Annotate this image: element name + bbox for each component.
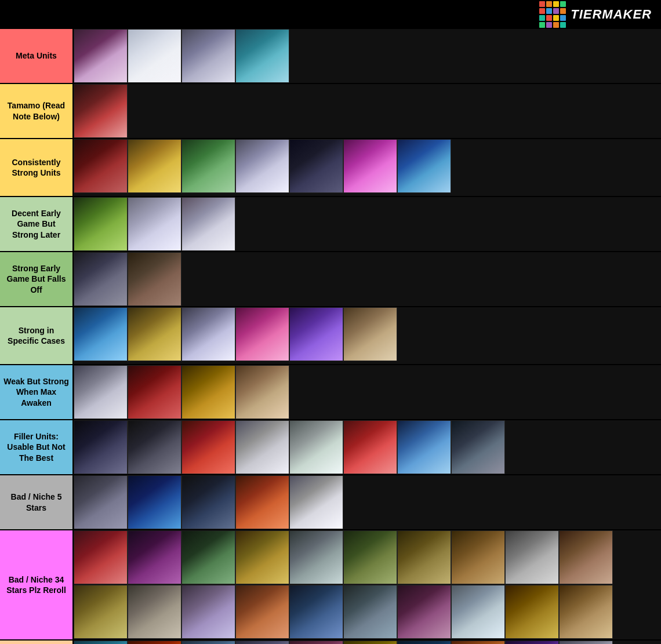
char-cell[interactable] <box>343 641 397 644</box>
char-cell[interactable] <box>343 139 397 193</box>
char-cell[interactable] <box>181 29 235 83</box>
tier-row-strong-early: Strong Early Game But Falls Off <box>0 252 661 307</box>
char-cell[interactable] <box>74 197 128 251</box>
logo-cell <box>546 15 552 21</box>
char-cell[interactable] <box>128 475 181 529</box>
char-cell[interactable] <box>74 307 128 361</box>
char-cell[interactable] <box>74 641 128 644</box>
tier-row-best-pvp: Best used for PVP <box>0 641 661 644</box>
char-cell[interactable] <box>235 420 289 474</box>
logo-cell <box>546 22 552 28</box>
char-cell[interactable] <box>128 585 181 639</box>
tier-label-bad-niche5: Bad / Niche 5 Stars <box>0 475 72 529</box>
logo-cell <box>539 1 545 7</box>
char-cell[interactable] <box>74 585 128 639</box>
char-cell[interactable] <box>289 641 343 644</box>
char-cell[interactable] <box>505 585 559 639</box>
tier-label-meta: Meta Units <box>0 29 72 83</box>
char-cell[interactable] <box>128 641 181 644</box>
char-cell[interactable] <box>559 585 613 639</box>
char-cell[interactable] <box>343 420 397 474</box>
char-cell[interactable] <box>128 365 181 419</box>
tier-cells-filler <box>72 420 661 474</box>
tier-row-filler: Filler Units: Usable But Not The Best <box>0 420 661 475</box>
char-cell[interactable] <box>235 475 289 529</box>
tier-label-best-pvp: Best used for PVP <box>0 641 72 644</box>
char-cell[interactable] <box>128 420 181 474</box>
char-cell[interactable] <box>289 585 343 639</box>
char-cell[interactable] <box>235 307 289 361</box>
char-cell[interactable] <box>451 530 505 584</box>
logo-cell <box>553 1 559 7</box>
tier-label-weak-awaken: Weak But Strong When Max Awaken <box>0 365 72 419</box>
char-cell[interactable] <box>505 530 559 584</box>
char-cell[interactable] <box>128 530 181 584</box>
char-cell[interactable] <box>74 29 128 83</box>
char-cell[interactable] <box>235 585 289 639</box>
char-cell[interactable] <box>181 475 235 529</box>
char-cell[interactable] <box>74 84 128 138</box>
char-cell[interactable] <box>451 641 505 644</box>
tier-row-weak-awaken: Weak But Strong When Max Awaken <box>0 365 661 420</box>
char-cell[interactable] <box>559 641 613 644</box>
logo-grid <box>539 1 566 28</box>
char-cell[interactable] <box>235 365 289 419</box>
tier-label-consistent: Consistently Strong Units <box>0 139 72 196</box>
char-cell[interactable] <box>289 307 343 361</box>
char-cell[interactable] <box>181 197 235 251</box>
char-cell[interactable] <box>451 420 505 474</box>
char-cell[interactable] <box>128 197 181 251</box>
logo-cell <box>553 8 559 14</box>
tier-cells-bad-niche34 <box>72 530 661 639</box>
char-cell[interactable] <box>74 365 128 419</box>
tier-cells-consistent <box>72 139 661 196</box>
char-cell[interactable] <box>181 530 235 584</box>
char-cell[interactable] <box>74 475 128 529</box>
logo-text: TiERMAKER <box>571 7 652 22</box>
char-cell[interactable] <box>397 139 451 193</box>
tier-cells-tamamo <box>72 84 661 138</box>
char-cell[interactable] <box>235 641 289 644</box>
char-cell[interactable] <box>235 29 289 83</box>
char-cell[interactable] <box>74 530 128 584</box>
tier-cells-decent-early <box>72 197 661 251</box>
tier-row-specific: Strong in Specific Cases <box>0 307 661 365</box>
logo-cell <box>546 8 552 14</box>
tier-cells-strong-early <box>72 252 661 306</box>
tier-label-filler: Filler Units: Usable But Not The Best <box>0 420 72 474</box>
char-cell[interactable] <box>128 307 181 361</box>
char-cell[interactable] <box>181 365 235 419</box>
char-cell[interactable] <box>74 139 128 193</box>
char-cell[interactable] <box>181 585 235 639</box>
char-cell[interactable] <box>128 252 181 306</box>
tier-row-consistent: Consistently Strong Units <box>0 139 661 197</box>
char-cell[interactable] <box>343 307 397 361</box>
char-cell[interactable] <box>343 530 397 584</box>
char-cell[interactable] <box>289 139 343 193</box>
char-cell[interactable] <box>289 475 343 529</box>
char-cell[interactable] <box>289 530 343 584</box>
char-cell[interactable] <box>235 530 289 584</box>
logo-cell <box>539 22 545 28</box>
char-cell[interactable] <box>74 252 128 306</box>
char-cell[interactable] <box>181 307 235 361</box>
char-cell[interactable] <box>289 420 343 474</box>
char-cell[interactable] <box>128 29 181 83</box>
char-cell[interactable] <box>181 139 235 193</box>
char-cell[interactable] <box>343 585 397 639</box>
char-cell[interactable] <box>181 641 235 644</box>
char-cell[interactable] <box>397 641 451 644</box>
tier-label-tamamo: Tamamo (Read Note Below) <box>0 84 72 138</box>
char-cell[interactable] <box>451 585 505 639</box>
char-cell[interactable] <box>559 530 613 584</box>
char-cell[interactable] <box>397 585 451 639</box>
char-cell[interactable] <box>181 420 235 474</box>
char-cell[interactable] <box>505 641 559 644</box>
tier-cells-best-pvp <box>72 641 661 644</box>
char-cell[interactable] <box>235 139 289 193</box>
char-cell[interactable] <box>397 530 451 584</box>
char-cell[interactable] <box>128 139 181 193</box>
char-cell[interactable] <box>397 420 451 474</box>
logo-cell <box>553 22 559 28</box>
char-cell[interactable] <box>74 420 128 474</box>
